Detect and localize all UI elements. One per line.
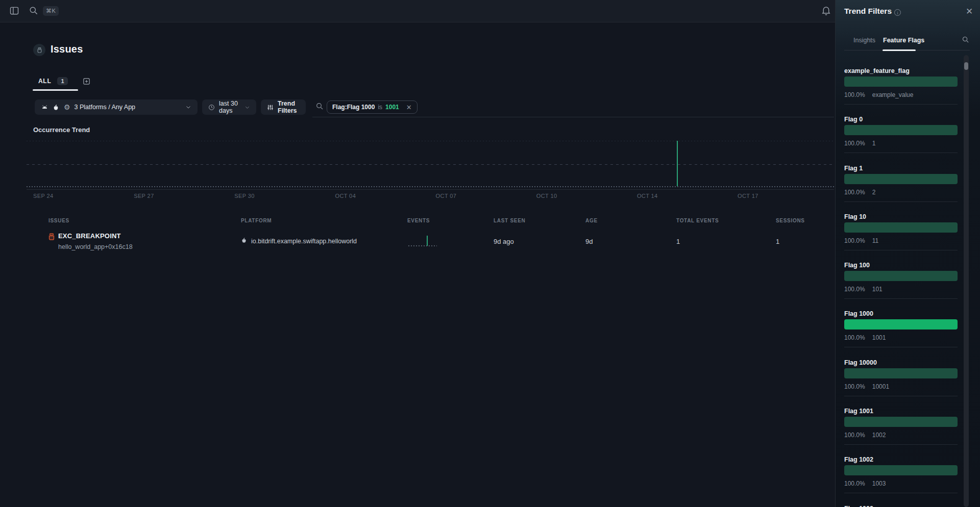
table-column-header[interactable]: EVENTS [407, 218, 430, 223]
chart-x-tick: SEP 27 [134, 193, 154, 199]
chart-x-tick: OCT 14 [637, 193, 658, 199]
feature-flag-distribution-bar[interactable] [844, 417, 958, 427]
feature-flag-stats: 100.0%1 [844, 140, 875, 147]
panel-tab-insights[interactable]: Insights [853, 37, 875, 44]
search-filter-chip[interactable]: Flag:Flag 1000 is 1001 ✕ [327, 100, 418, 114]
chevron-down-icon [185, 104, 191, 110]
table-column-header[interactable]: LAST SEEN [494, 218, 525, 223]
trend-filters-label: Trend Filters [278, 100, 300, 114]
search-input-underline[interactable] [312, 117, 834, 117]
feature-flag-distribution-bar[interactable] [844, 222, 958, 233]
feature-flag-name: Flag 0 [844, 116, 863, 123]
feature-flag-stats: 100.0%1001 [844, 334, 886, 341]
search-icon[interactable] [29, 6, 38, 15]
chart-x-tick: OCT 04 [335, 193, 356, 199]
feature-flag-item[interactable]: example_feature_flag100.0%example_value [844, 67, 958, 116]
feature-flag-name: Flag 10000 [844, 359, 877, 366]
table-column-header[interactable]: AGE [585, 218, 598, 223]
feature-flag-percent: 100.0% [844, 334, 865, 341]
table-column-header[interactable]: ISSUES [48, 218, 69, 223]
feature-flag-item[interactable]: Flag 1100.0%2 [844, 165, 958, 213]
gear-icon: ⚙ [64, 103, 70, 111]
feature-flag-value: 1001 [872, 334, 886, 341]
sliders-icon [267, 104, 274, 111]
notifications-bell-icon[interactable] [821, 5, 831, 16]
feature-flag-distribution-bar[interactable] [844, 77, 958, 87]
feature-flag-name: Flag 1003 [844, 505, 873, 507]
feature-flag-item[interactable]: Flag 1001100.0%1002 [844, 408, 958, 456]
feature-flag-distribution-bar[interactable] [844, 465, 958, 475]
feature-flag-item[interactable]: Flag 1002100.0%1003 [844, 456, 958, 504]
issue-platform-bundle: io.bitdrift.example.swiftapp.helloworld [251, 238, 357, 245]
table-column-header[interactable]: PLATFORM [241, 218, 272, 223]
feature-flag-item[interactable]: Flag 1003 [844, 505, 958, 507]
page-title: Issues [51, 43, 83, 55]
platforms-filter-label: 3 Platforms / Any App [75, 104, 136, 111]
feature-flag-name: Flag 1 [844, 165, 863, 172]
feature-flag-percent: 100.0% [844, 237, 865, 244]
panel-title: Trend Filters [844, 7, 892, 16]
issue-jar-icon [47, 233, 56, 241]
panel-close-icon[interactable]: ✕ [966, 6, 973, 17]
panel-scrollbar-track[interactable] [964, 55, 969, 507]
trend-filters-button[interactable]: Trend Filters [261, 99, 306, 115]
feature-flag-item[interactable]: Flag 1000100.0%1001 [844, 310, 958, 359]
chevron-down-icon [244, 105, 250, 110]
flag-item-divider [844, 347, 958, 347]
feature-flag-percent: 100.0% [844, 383, 865, 390]
issue-age: 9d [585, 238, 593, 245]
sidebar-toggle-icon[interactable] [9, 6, 19, 16]
feature-flag-distribution-bar[interactable] [844, 125, 958, 135]
feature-flag-percent: 100.0% [844, 91, 865, 98]
panel-tab-feature-flags[interactable]: Feature Flags [883, 37, 924, 44]
feature-flag-percent: 100.0% [844, 286, 865, 293]
feature-flag-value: 1003 [872, 480, 886, 487]
feature-flag-name: Flag 1001 [844, 408, 873, 415]
feature-flag-value: example_value [872, 91, 914, 98]
tab-all[interactable]: ALL 1 [38, 77, 68, 85]
chart-gridline-bottom [27, 186, 834, 187]
flag-item-divider [844, 444, 958, 445]
feature-flag-percent: 100.0% [844, 140, 865, 147]
panel-scrollbar-thumb[interactable] [964, 62, 968, 70]
chip-remove-icon[interactable]: ✕ [406, 104, 412, 111]
chart-x-tick: SEP 30 [234, 193, 255, 199]
tab-all-label: ALL [38, 78, 51, 85]
clock-icon [208, 104, 215, 111]
table-column-header[interactable]: TOTAL EVENTS [676, 218, 719, 223]
table-column-header[interactable]: SESSIONS [776, 218, 805, 223]
issue-subtitle: hello_world_app+0x16c18 [58, 243, 133, 250]
top-bar [0, 0, 835, 22]
search-shortcut-badge: ⌘K [43, 6, 59, 16]
feature-flag-item[interactable]: Flag 10100.0%11 [844, 213, 958, 262]
platforms-filter-dropdown[interactable]: ⚙ 3 Platforms / Any App [35, 99, 198, 115]
feature-flag-distribution-bar[interactable] [844, 319, 958, 329]
feature-flag-stats: 100.0%example_value [844, 91, 913, 98]
feature-flag-distribution-bar[interactable] [844, 271, 958, 281]
feature-flag-item[interactable]: Flag 10000100.0%10001 [844, 359, 958, 408]
feature-flag-percent: 100.0% [844, 480, 865, 487]
feature-flag-name: Flag 100 [844, 262, 870, 269]
feature-flag-distribution-bar[interactable] [844, 368, 958, 378]
issues-badge-icon [33, 44, 45, 56]
flag-item-divider [844, 250, 958, 250]
active-tab-underline [33, 89, 78, 91]
feature-flag-item[interactable]: Flag 0100.0%1 [844, 116, 958, 164]
feature-flag-item[interactable]: Flag 100100.0%101 [844, 262, 958, 310]
info-icon[interactable]: i [894, 9, 901, 16]
feature-flag-stats: 100.0%10001 [844, 383, 889, 390]
add-view-icon[interactable] [82, 77, 91, 86]
chart-axis-line [27, 189, 834, 190]
chart-x-tick: OCT 10 [536, 193, 557, 199]
tab-all-count-badge: 1 [57, 77, 67, 85]
feature-flag-distribution-bar[interactable] [844, 174, 958, 184]
chart-x-tick: OCT 17 [738, 193, 758, 199]
feature-flag-value: 1002 [872, 432, 886, 439]
issue-name[interactable]: EXC_BREAKPOINT [58, 232, 121, 240]
events-sparkline-baseline [408, 245, 437, 246]
chart-occurrence-spike[interactable] [677, 141, 678, 186]
panel-search-icon[interactable] [962, 36, 969, 43]
date-range-dropdown[interactable]: last 30 days [202, 99, 256, 115]
chart-gridline-top [27, 141, 834, 141]
feature-flag-stats: 100.0%101 [844, 286, 883, 293]
